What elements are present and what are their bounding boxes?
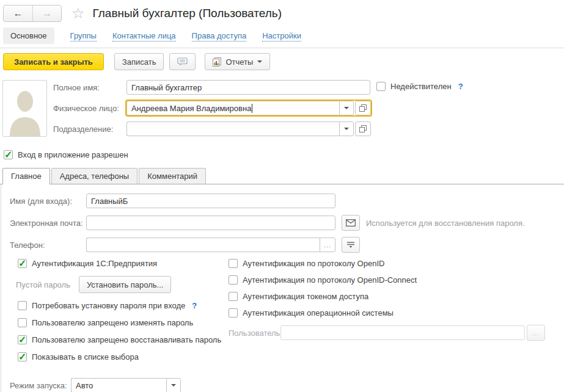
phone-combobox: ... bbox=[86, 238, 335, 252]
auth-openid-checkbox-row[interactable]: Аутентификация по протоколу OpenID bbox=[229, 259, 564, 268]
back-arrow-icon: ← bbox=[13, 8, 23, 19]
forward-arrow-icon: → bbox=[42, 8, 52, 19]
department-input[interactable] bbox=[126, 122, 339, 136]
launch-mode-label: Режим запуска: bbox=[10, 381, 71, 390]
department-label: Подразделение: bbox=[53, 125, 126, 134]
favorite-star-icon[interactable]: ☆ bbox=[71, 6, 85, 21]
lines-dropdown-icon bbox=[346, 241, 355, 249]
user-photo-placeholder bbox=[2, 80, 47, 137]
auth-1c-checkbox-row[interactable]: Аутентификация 1С:Предприятия bbox=[18, 259, 229, 268]
phone-label: Телефон: bbox=[10, 241, 86, 250]
os-user-label: Пользователь: bbox=[229, 328, 280, 338]
detail-tabs: Главное Адреса, телефоны Комментарий bbox=[0, 168, 564, 184]
email-input[interactable] bbox=[86, 216, 335, 230]
person-combobox: Андреева Мария Владимировна bbox=[126, 101, 371, 115]
nav-links: Основное Группы Контактные лица Права до… bbox=[0, 23, 564, 44]
dropdown-arrow-icon bbox=[344, 128, 349, 130]
auth-1c-column: Аутентификация 1С:Предприятия Пустой пар… bbox=[10, 259, 229, 369]
login-allowed-checkbox-row[interactable]: Вход в приложение разрешен bbox=[4, 150, 564, 159]
forbid-change-password-checkbox[interactable] bbox=[18, 318, 27, 327]
card-header-section: Полное имя: Физическое лицо: Андреева Ма… bbox=[0, 75, 564, 142]
email-label: Электронная почта: bbox=[10, 219, 86, 228]
nav-link-contact-persons[interactable]: Контактные лица bbox=[112, 31, 176, 40]
user-card-window: ← → ☆ Главный бухгалтер (Пользователь) О… bbox=[0, 0, 564, 392]
nav-link-groups[interactable]: Группы bbox=[70, 31, 97, 40]
auth-openid-connect-checkbox[interactable] bbox=[229, 275, 238, 285]
person-dropdown-button[interactable] bbox=[339, 101, 354, 115]
titlebar: ← → ☆ Главный бухгалтер (Пользователь) bbox=[0, 0, 564, 23]
department-dropdown-button[interactable] bbox=[339, 122, 354, 136]
phone-input[interactable] bbox=[86, 238, 320, 252]
text-caret bbox=[252, 104, 252, 113]
tab-panel-main: Имя (для входа): Электронная почта: Испо… bbox=[1, 184, 564, 392]
set-password-button[interactable]: Установить пароль... bbox=[79, 276, 171, 293]
back-button[interactable]: ← bbox=[4, 5, 32, 21]
dropdown-arrow-icon bbox=[344, 107, 349, 109]
nav-link-settings[interactable]: Настройки bbox=[262, 31, 301, 40]
department-open-button[interactable] bbox=[355, 122, 371, 136]
auth-access-token-checkbox-row[interactable]: Аутентификация токеном доступа bbox=[229, 292, 564, 301]
auth-openid-connect-checkbox-row[interactable]: Аутентификация по протоколу OpenID-Conne… bbox=[229, 275, 564, 285]
launch-mode-select[interactable]: Авто bbox=[71, 378, 181, 392]
reports-icon bbox=[213, 57, 221, 67]
reports-button[interactable]: Отчеты bbox=[205, 53, 270, 70]
phone-select-button[interactable]: ... bbox=[320, 238, 335, 252]
auth-os-checkbox-row[interactable]: Аутентификация операционной системы bbox=[229, 308, 564, 318]
discussion-button[interactable] bbox=[169, 53, 196, 70]
os-user-select-button[interactable]: ... bbox=[527, 325, 545, 341]
send-email-button[interactable] bbox=[342, 215, 360, 231]
forward-button[interactable]: → bbox=[32, 5, 61, 21]
person-open-button[interactable] bbox=[355, 101, 371, 115]
require-password-checkbox[interactable] bbox=[18, 301, 27, 310]
require-password-checkbox-row[interactable]: Потребовать установку пароля при входе ? bbox=[18, 301, 229, 310]
history-nav: ← → bbox=[3, 5, 62, 22]
launch-mode-dropdown-button[interactable] bbox=[166, 378, 181, 392]
open-link-icon bbox=[359, 125, 367, 132]
os-user-input[interactable] bbox=[280, 325, 525, 340]
auth-access-token-checkbox[interactable] bbox=[229, 292, 238, 301]
forbid-recover-password-checkbox[interactable] bbox=[18, 335, 27, 344]
person-silhouette-icon bbox=[8, 90, 42, 136]
full-name-input[interactable] bbox=[126, 80, 370, 95]
auth-protocols-column: Аутентификация по протоколу OpenID Аутен… bbox=[229, 259, 564, 369]
email-hint: Используется для восстановления пароля. bbox=[366, 219, 525, 228]
login-allowed-checkbox[interactable] bbox=[4, 150, 13, 159]
auth-1c-checkbox[interactable] bbox=[18, 259, 27, 268]
phone-list-button[interactable] bbox=[342, 237, 360, 253]
page-title: Главный бухгалтер (Пользователь) bbox=[93, 7, 282, 20]
invalid-checkbox-row[interactable]: Недействителен ? bbox=[376, 82, 463, 91]
toolbar: Записать и закрыть Записать bbox=[0, 48, 564, 75]
nav-link-access-rights[interactable]: Права доступа bbox=[192, 31, 247, 40]
login-name-label: Имя (для входа): bbox=[10, 197, 86, 206]
show-in-choice-list-checkbox[interactable] bbox=[18, 352, 27, 361]
invalid-checkbox[interactable] bbox=[376, 82, 386, 91]
forbid-recover-password-checkbox-row[interactable]: Пользователю запрещено восстанавливать п… bbox=[18, 335, 229, 344]
tab-main[interactable]: Главное bbox=[2, 168, 50, 184]
nav-item-main[interactable]: Основное bbox=[3, 27, 54, 44]
dropdown-arrow-icon bbox=[171, 384, 176, 387]
invalid-help-icon[interactable]: ? bbox=[458, 82, 463, 91]
person-input[interactable]: Андреева Мария Владимировна bbox=[126, 101, 339, 115]
dropdown-arrow-icon bbox=[257, 60, 262, 63]
login-name-input[interactable] bbox=[86, 194, 335, 208]
save-button[interactable]: Записать bbox=[114, 53, 164, 70]
require-password-help-icon[interactable]: ? bbox=[192, 301, 197, 310]
launch-mode-value[interactable]: Авто bbox=[71, 378, 166, 392]
save-and-close-button[interactable]: Записать и закрыть bbox=[3, 53, 104, 70]
show-in-choice-list-checkbox-row[interactable]: Показывать в списке выбора bbox=[18, 352, 229, 361]
full-name-label: Полное имя: bbox=[53, 83, 126, 92]
tab-addresses-phones[interactable]: Адреса, телефоны bbox=[51, 168, 138, 184]
forbid-change-password-checkbox-row[interactable]: Пользователю запрещено изменять пароль bbox=[18, 318, 229, 327]
tab-comment[interactable]: Комментарий bbox=[139, 168, 206, 184]
chat-bubble-icon bbox=[177, 57, 188, 66]
department-combobox bbox=[126, 122, 371, 136]
person-label: Физическое лицо: bbox=[53, 104, 126, 113]
auth-openid-checkbox[interactable] bbox=[229, 259, 238, 268]
auth-os-checkbox[interactable] bbox=[229, 308, 238, 318]
open-link-icon bbox=[359, 104, 367, 112]
mail-icon bbox=[346, 219, 356, 227]
password-status: Пустой пароль bbox=[16, 280, 70, 289]
